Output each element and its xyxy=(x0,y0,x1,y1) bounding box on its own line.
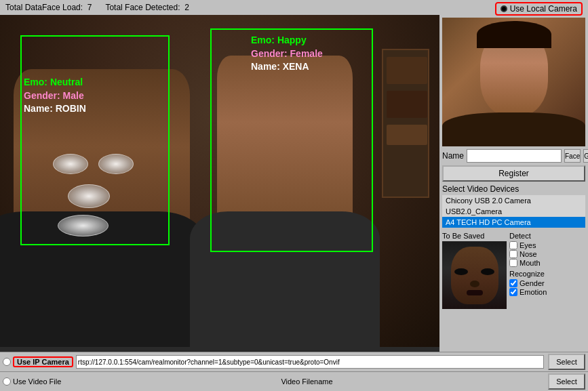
mouth-blur xyxy=(58,215,109,236)
device-item-2[interactable]: USB2.0_Camera xyxy=(442,206,585,217)
face-box-robin xyxy=(20,35,170,245)
ip-camera-url-input[interactable] xyxy=(76,355,544,369)
robin-face-label: Emo: Neutral Gender: Male Name: ROBIN xyxy=(24,76,86,116)
ip-camera-label: Use IP Camera xyxy=(13,356,73,367)
name-row: Name Face Gender Emotion xyxy=(442,149,585,163)
radio-local-camera xyxy=(501,5,507,12)
video-file-select-button[interactable]: Select xyxy=(548,373,585,390)
device-item-1[interactable]: Chicony USB 2.0 Camera xyxy=(442,195,585,206)
to-be-saved-label: To Be Saved xyxy=(442,232,507,240)
ip-camera-radio[interactable] xyxy=(3,358,11,366)
detect-eyes-checkbox[interactable] xyxy=(509,241,517,249)
detect-nose-label: Nose xyxy=(520,250,537,258)
tab-face[interactable]: Face xyxy=(564,149,581,163)
ip-camera-row: Use IP Camera Select xyxy=(0,352,588,371)
register-button[interactable]: Register xyxy=(442,165,585,182)
name-label: Name xyxy=(442,151,464,161)
select-video-devices-label: Select Video Devices xyxy=(442,184,585,194)
detect-mouth-row: Mouth xyxy=(509,259,585,267)
to-be-saved-section: To Be Saved Detect Eyes xyxy=(442,232,585,309)
detect-eyes-label: Eyes xyxy=(520,241,536,249)
eye-left-blur xyxy=(53,154,88,174)
nose-blur xyxy=(68,184,110,208)
recognize-gender-checkbox[interactable] xyxy=(509,279,517,287)
device-list: Chicony USB 2.0 Camera USB2.0_Camera A4 … xyxy=(442,195,585,228)
recognize-gender-label: Gender xyxy=(520,279,545,287)
detect-mouth-label: Mouth xyxy=(520,259,541,267)
detect-section: Detect Eyes Nose Mouth Recognize Gender xyxy=(509,232,585,309)
recognize-label: Recognize xyxy=(509,270,585,278)
device-item-3[interactable]: A4 TECH HD PC Camera xyxy=(442,217,585,228)
to-be-saved-thumbnail xyxy=(442,241,507,309)
dataface-load-label: Total DataFace Load: 7 xyxy=(5,3,92,12)
eye-right-blur xyxy=(98,154,134,174)
xena-face-label: Emo: Happy Gender: Female Name: XENA xyxy=(251,34,323,74)
name-input[interactable] xyxy=(467,149,562,163)
detect-eyes-row: Eyes xyxy=(509,241,585,249)
video-file-row: Use Video File Video Filename Select xyxy=(0,371,588,391)
recognize-emotion-label: Emotion xyxy=(520,288,547,296)
tab-gender[interactable]: Gender xyxy=(583,149,588,163)
recognize-section: Recognize Gender Emotion xyxy=(509,270,585,296)
video-file-radio-group: Use Video File xyxy=(3,377,67,386)
thumbnail-face xyxy=(442,18,585,146)
right-panel: Name Face Gender Emotion Register Select… xyxy=(439,15,588,391)
video-file-label: Use Video File xyxy=(13,377,67,386)
detect-label: Detect xyxy=(509,232,585,240)
detect-nose-row: Nose xyxy=(509,250,585,258)
face-detected-label: Total Face Detected: 2 xyxy=(105,3,189,12)
background-shelf xyxy=(382,49,429,198)
ip-camera-radio-group: Use IP Camera xyxy=(3,356,73,367)
video-filename-label: Video Filename xyxy=(70,377,544,386)
bottom-bar: Use IP Camera Select Use Video File Vide… xyxy=(0,352,588,391)
saved-face-preview xyxy=(442,241,507,309)
main-video-feed: Emo: Neutral Gender: Male Name: ROBIN Em… xyxy=(0,15,439,347)
ip-camera-select-button[interactable]: Select xyxy=(548,354,585,370)
recognize-emotion-checkbox[interactable] xyxy=(509,288,517,296)
camera-thumbnail xyxy=(442,18,585,146)
use-local-camera-button[interactable]: Use Local Camera xyxy=(495,2,583,16)
detect-nose-checkbox[interactable] xyxy=(509,250,517,258)
video-file-radio[interactable] xyxy=(3,377,11,386)
recognize-emotion-row: Emotion xyxy=(509,288,585,296)
detect-mouth-checkbox[interactable] xyxy=(509,259,517,267)
recognize-gender-row: Gender xyxy=(509,279,585,287)
